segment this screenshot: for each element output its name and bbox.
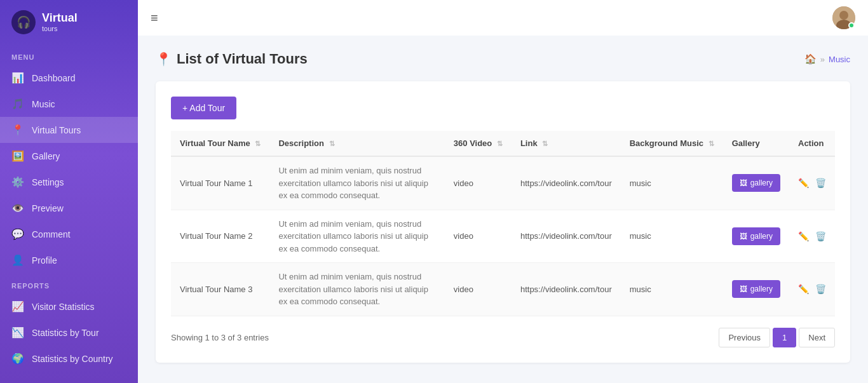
sidebar-item-label: Dashboard xyxy=(32,73,76,83)
sort-icon-video: ⇅ xyxy=(497,140,503,147)
sidebar-item-virtual-tours[interactable]: 📍 Virtual Tours xyxy=(0,117,138,143)
cell-link: https://videolink.com/tour xyxy=(512,263,621,316)
table-row: Virtual Tour Name 3 Ut enim ad minim ven… xyxy=(171,263,835,316)
gallery-button[interactable]: 🖼 gallery xyxy=(732,227,780,245)
gallery-button[interactable]: 🖼 gallery xyxy=(732,280,780,298)
sidebar-item-label: Statistics by Tour xyxy=(32,328,99,338)
sidebar-item-profile[interactable]: 👤 Profile xyxy=(0,247,138,273)
cell-name: Virtual Tour Name 3 xyxy=(171,263,269,316)
menu-toggle-button[interactable]: ≡ xyxy=(151,11,158,25)
cell-action: ✏️ 🗑️ xyxy=(789,210,835,263)
col-action: Action xyxy=(789,131,835,156)
cell-description: Ut enim ad minim veniam, quis nostrud ex… xyxy=(269,263,444,316)
sidebar-item-label: Settings xyxy=(32,177,64,187)
sort-icon-link: ⇅ xyxy=(542,140,548,147)
comment-icon: 💬 xyxy=(11,228,24,240)
sidebar-item-label: Statistics by Country xyxy=(32,354,113,364)
profile-icon: 👤 xyxy=(11,254,24,266)
gallery-button-icon: 🖼 xyxy=(740,232,747,241)
col-name: Virtual Tour Name ⇅ xyxy=(171,131,269,156)
delete-icon[interactable]: 🗑️ xyxy=(815,284,826,294)
sidebar-item-label: Preview xyxy=(32,203,64,213)
gallery-button-icon: 🖼 xyxy=(740,285,747,293)
reports-section-label: REPORTS xyxy=(0,273,138,293)
page-content: 📍 List of Virtual Tours 🏠 » Music + Add … xyxy=(138,36,868,383)
cell-video: video xyxy=(445,210,512,263)
sidebar-item-gallery[interactable]: 🖼️ Gallery xyxy=(0,143,138,169)
edit-icon[interactable]: ✏️ xyxy=(798,178,809,188)
sidebar-item-label: Virtual Tours xyxy=(32,125,81,135)
sidebar-item-comment[interactable]: 💬 Comment xyxy=(0,221,138,247)
col-music: Background Music ⇅ xyxy=(621,131,723,156)
avatar-wrapper[interactable] xyxy=(832,6,855,29)
virtual-tours-icon: 📍 xyxy=(11,124,24,136)
settings-icon: ⚙️ xyxy=(11,176,24,188)
cell-action: ✏️ 🗑️ xyxy=(789,263,835,316)
table-footer: Showing 1 to 3 of 3 entries Previous 1 N… xyxy=(171,328,835,347)
page-title-icon: 📍 xyxy=(156,51,172,67)
topbar-right xyxy=(832,6,855,29)
sidebar-item-visitor-statistics[interactable]: 📈 Visitor Statistics xyxy=(0,293,138,319)
page-1-button[interactable]: 1 xyxy=(773,328,796,347)
delete-icon[interactable]: 🗑️ xyxy=(815,178,826,188)
cell-link: https://videolink.com/tour xyxy=(512,210,621,263)
sidebar-item-label: Comment xyxy=(32,229,71,239)
edit-icon[interactable]: ✏️ xyxy=(798,284,809,294)
delete-icon[interactable]: 🗑️ xyxy=(815,231,826,241)
sidebar-item-label: Gallery xyxy=(32,151,60,161)
sidebar-item-music[interactable]: 🎵 Music xyxy=(0,91,138,117)
sort-icon-desc: ⇅ xyxy=(329,140,335,147)
statistics-tour-icon: 📉 xyxy=(11,326,24,339)
col-link: Link ⇅ xyxy=(512,131,621,156)
sidebar: 🎧 Virtual tours MENU 📊 Dashboard 🎵 Music… xyxy=(0,0,138,383)
cell-music: music xyxy=(621,263,723,316)
main-card: + Add Tour Virtual Tour Name ⇅ Descripti… xyxy=(156,81,850,363)
cell-description: Ut enim ad minim veniam, quis nostrud ex… xyxy=(269,156,444,210)
gallery-button-icon: 🖼 xyxy=(740,178,747,187)
table-header-row: Virtual Tour Name ⇅ Description ⇅ 360 Vi… xyxy=(171,131,835,156)
cell-gallery: 🖼 gallery xyxy=(723,156,789,210)
col-description: Description ⇅ xyxy=(269,131,444,156)
col-video: 360 Video ⇅ xyxy=(445,131,512,156)
cell-music: music xyxy=(621,210,723,263)
table-row: Virtual Tour Name 2 Ut enim ad minim ven… xyxy=(171,210,835,263)
gallery-button[interactable]: 🖼 gallery xyxy=(732,174,780,192)
sidebar-item-statistics-by-country[interactable]: 🌍 Statistics by Country xyxy=(0,346,138,372)
sidebar-item-dashboard[interactable]: 📊 Dashboard xyxy=(0,65,138,91)
topbar: ≡ xyxy=(138,0,868,36)
col-gallery: Gallery xyxy=(723,131,789,156)
menu-section-label: MENU xyxy=(0,44,138,65)
page-header: 📍 List of Virtual Tours 🏠 » Music xyxy=(156,51,850,67)
music-icon: 🎵 xyxy=(11,98,24,110)
cell-action: ✏️ 🗑️ xyxy=(789,156,835,210)
sidebar-item-label: Profile xyxy=(32,255,57,265)
table-row: Virtual Tour Name 1 Ut enim ad minim ven… xyxy=(171,156,835,210)
page-title: 📍 List of Virtual Tours xyxy=(156,51,308,67)
breadcrumb: 🏠 » Music xyxy=(804,53,850,65)
logo-sub: tours xyxy=(42,25,78,32)
sidebar-item-settings[interactable]: ⚙️ Settings xyxy=(0,169,138,195)
cell-link: https://videolink.com/tour xyxy=(512,156,621,210)
visitor-statistics-icon: 📈 xyxy=(11,300,24,312)
breadcrumb-home-icon: 🏠 xyxy=(804,53,817,65)
breadcrumb-current: Music xyxy=(829,55,850,64)
virtual-tours-table: Virtual Tour Name ⇅ Description ⇅ 360 Vi… xyxy=(171,131,835,316)
statistics-country-icon: 🌍 xyxy=(11,353,24,365)
svg-point-1 xyxy=(839,11,848,20)
previous-button[interactable]: Previous xyxy=(719,328,770,347)
add-tour-button[interactable]: + Add Tour xyxy=(171,97,236,119)
cell-gallery: 🖼 gallery xyxy=(723,263,789,316)
action-icons: ✏️ 🗑️ xyxy=(798,231,826,241)
next-button[interactable]: Next xyxy=(799,328,835,347)
sidebar-item-preview[interactable]: 👁️ Preview xyxy=(0,195,138,221)
cell-music: music xyxy=(621,156,723,210)
gallery-icon: 🖼️ xyxy=(11,150,24,162)
action-icons: ✏️ 🗑️ xyxy=(798,178,826,188)
breadcrumb-separator: » xyxy=(820,55,825,64)
edit-icon[interactable]: ✏️ xyxy=(798,231,809,241)
cell-name: Virtual Tour Name 2 xyxy=(171,210,269,263)
showing-text: Showing 1 to 3 of 3 entries xyxy=(171,333,269,342)
logo-name: Virtual xyxy=(42,12,78,25)
cell-video: video xyxy=(445,156,512,210)
sidebar-item-statistics-by-tour[interactable]: 📉 Statistics by Tour xyxy=(0,319,138,346)
